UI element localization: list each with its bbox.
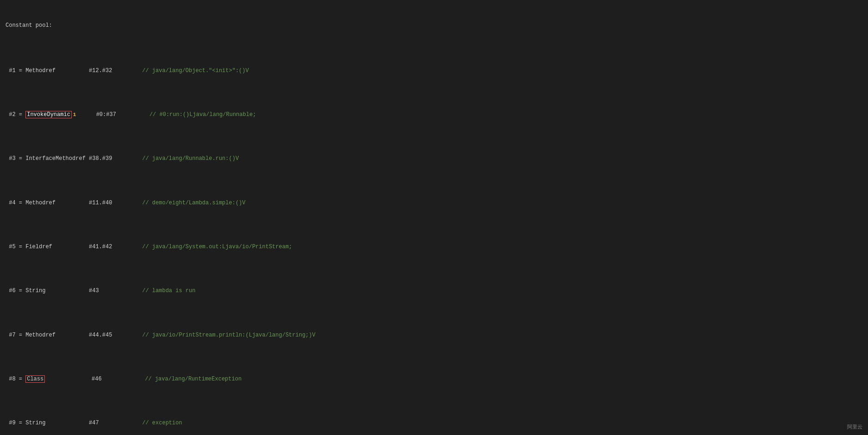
line-7: #7 = Methodref #44.#45 // java/io/PrintS… (6, 331, 862, 340)
line-9: #9 = String #47 // exception (6, 419, 862, 428)
line-2: #2 = InvokeDynamic1 #0:#37 // #0:run:()L… (6, 110, 862, 119)
line-6: #6 = String #43 // lambda is run (6, 287, 862, 295)
line-8: #8 = Class #46 // java/lang/RuntimeExcep… (6, 375, 862, 384)
line-3: #3 = InterfaceMethodref #38.#39 // java/… (6, 154, 862, 163)
highlight-invdynamic: InvokeDynamic (25, 111, 72, 118)
line-1: #1 = Methodref #12.#32 // java/lang/Obje… (6, 67, 862, 75)
watermark: 阿里云 (847, 423, 862, 431)
main-container: Constant pool: #1 = Methodref #12.#32 //… (0, 0, 868, 435)
section-title: Constant pool: (6, 21, 862, 30)
badge-1: 1 (73, 112, 76, 117)
highlight-class-8: Class (25, 375, 45, 383)
line-5: #5 = Fieldref #41.#42 // java/lang/Syste… (6, 243, 862, 251)
line-4: #4 = Methodref #11.#40 // demo/eight/Lam… (6, 199, 862, 208)
